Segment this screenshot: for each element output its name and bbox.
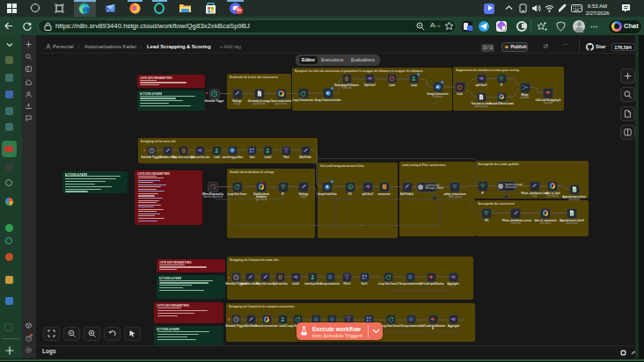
svg-text:?: ? <box>27 337 30 341</box>
